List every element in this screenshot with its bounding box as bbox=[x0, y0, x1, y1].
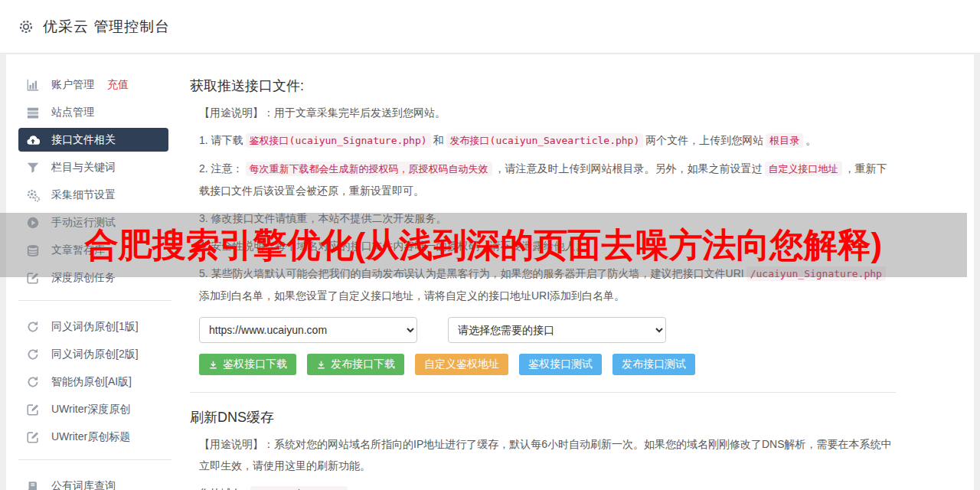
instruction-text: 两个文件，上传到您网站 bbox=[645, 134, 763, 146]
ad-overlay-text: 合肥搜索引擎优化(从浅到深的页面去噪方法向您解释) bbox=[85, 223, 882, 268]
sidebar-item-sites[interactable]: 站点管理 bbox=[18, 100, 168, 124]
sidebar-item-label: 智能伪原创[AI版] bbox=[51, 375, 132, 389]
recharge-badge[interactable]: 充值 bbox=[107, 78, 129, 92]
ad-overlay-banner: 合肥搜索引擎优化(从浅到深的页面去噪方法向您解释) bbox=[0, 213, 967, 277]
button-label: 发布接口下载 bbox=[331, 358, 395, 371]
inline-code: 根目录 bbox=[766, 133, 803, 148]
auth-download-button[interactable]: 鉴权接口下载 bbox=[199, 354, 296, 375]
instruction-paragraph: 2. 注意：每次重新下载都会生成新的授权码，原授权码自动失效，请注意及时上传到网… bbox=[190, 158, 896, 201]
app-header: 优采云 管理控制台 bbox=[0, 0, 980, 54]
custom-auth-button[interactable]: 自定义鉴权地址 bbox=[415, 354, 508, 375]
sidebar-item-account[interactable]: 账户管理充值 bbox=[18, 73, 168, 96]
sidebar-item-interface-files[interactable]: 接口文件相关 bbox=[18, 128, 168, 152]
sidebar-item-collect-settings[interactable]: 采集细节设置 bbox=[18, 183, 168, 207]
interface-toolbar: 鉴权接口下载发布接口下载自定义鉴权地址鉴权接口测试发布接口测试 bbox=[199, 354, 896, 375]
download-icon bbox=[208, 360, 218, 370]
sidebar-item-label: 同义词伪原创[2版] bbox=[51, 348, 139, 361]
interface-select[interactable]: 请选择您需要的接口 bbox=[448, 317, 666, 343]
button-label: 鉴权接口测试 bbox=[528, 358, 593, 371]
domain-row: 您的域名: www.ucaiyun.com bbox=[190, 482, 896, 490]
refresh-icon bbox=[26, 320, 40, 334]
sidebar-item-label: 同义词伪原创[1版] bbox=[51, 320, 139, 334]
instruction-paragraph: 1. 请下载鉴权接口(ucaiyun_Signature.php)和发布接口(u… bbox=[190, 129, 896, 152]
download-icon bbox=[316, 360, 326, 370]
sidebar-item-label: 站点管理 bbox=[51, 106, 94, 119]
section-title-interface-files: 获取推送接口文件: bbox=[190, 77, 896, 95]
cloud-upload-icon bbox=[26, 133, 40, 147]
section-divider bbox=[190, 392, 896, 393]
main-content: 获取推送接口文件: 【用途说明】：用于文章采集完毕后发送到您网站。 1. 请下载… bbox=[190, 77, 896, 490]
gear-icon bbox=[18, 19, 34, 34]
button-label: 鉴权接口下载 bbox=[223, 358, 287, 371]
auth-test-button[interactable]: 鉴权接口测试 bbox=[519, 354, 602, 375]
server-icon bbox=[26, 106, 40, 119]
gears-icon bbox=[26, 188, 40, 202]
sidebar-item-uwriter-title[interactable]: UWriter原创标题 bbox=[18, 425, 168, 449]
book-icon bbox=[26, 479, 40, 490]
app-title: 优采云 管理控制台 bbox=[43, 17, 170, 37]
instruction-text: 。 bbox=[805, 134, 816, 146]
sidebar-item-ai-original[interactable]: 智能伪原创[AI版] bbox=[18, 370, 168, 394]
dns-usage-note: 【用途说明】：系统对您的网站域名所指向的IP地址进行了缓存，默认每6小时自动刷新… bbox=[190, 433, 896, 476]
button-label: 发布接口测试 bbox=[622, 358, 686, 371]
instruction-text: 添加到白名单，如果您设置了自定义接口地址，请将自定义的接口地址URI添加到白名单… bbox=[199, 289, 625, 302]
sidebar-item-label: 接口文件相关 bbox=[51, 133, 116, 147]
refresh-icon bbox=[26, 348, 40, 361]
edit-icon bbox=[26, 430, 40, 444]
site-select[interactable]: https://www.ucaiyun.com bbox=[199, 317, 417, 343]
sidebar-item-synonym-v2[interactable]: 同义词伪原创[2版] bbox=[18, 342, 168, 366]
sidebar-item-uwriter-deep[interactable]: UWriter深度原创 bbox=[18, 397, 168, 421]
inline-code: 每次重新下载都会生成新的授权码，原授权码自动失效 bbox=[246, 162, 492, 176]
refresh-icon bbox=[26, 375, 40, 389]
interface-controls: https://www.ucaiyun.com 请选择您需要的接口 bbox=[199, 317, 896, 343]
section-title-dns: 刷新DNS缓存 bbox=[190, 408, 896, 426]
inline-code: 自定义接口地址 bbox=[765, 162, 842, 176]
bar-chart-icon bbox=[26, 78, 40, 92]
inline-code: 鉴权接口(ucaiyun_Signature.php) bbox=[246, 133, 431, 148]
sidebar-item-label: 公有词库查询 bbox=[51, 479, 116, 490]
instruction-text: ，请注意及时上传到网站根目录。另外，如果之前设置过 bbox=[495, 162, 763, 175]
sidebar-item-public-lexicon[interactable]: 公有词库查询 bbox=[18, 474, 168, 490]
sidebar-item-label: 采集细节设置 bbox=[51, 188, 116, 202]
domain-value: www.ucaiyun.com bbox=[250, 486, 348, 490]
inline-code: 发布接口(ucaiyun_Savearticle.php) bbox=[446, 133, 644, 148]
sidebar-divider bbox=[18, 300, 172, 301]
edit-icon bbox=[26, 403, 40, 416]
publish-test-button[interactable]: 发布接口测试 bbox=[612, 354, 695, 375]
button-label: 自定义鉴权地址 bbox=[424, 358, 499, 371]
sidebar-item-label: UWriter深度原创 bbox=[51, 403, 130, 416]
filter-icon bbox=[26, 161, 40, 175]
usage-note: 【用途说明】：用于文章采集完毕后发送到您网站。 bbox=[190, 102, 896, 123]
sidebar-item-label: UWriter原创标题 bbox=[51, 430, 130, 444]
sidebar-item-columns-keywords[interactable]: 栏目与关键词 bbox=[18, 155, 168, 179]
sidebar-item-synonym-v1[interactable]: 同义词伪原创[1版] bbox=[18, 315, 168, 338]
instruction-text: 和 bbox=[433, 134, 444, 146]
sidebar-divider bbox=[18, 459, 172, 460]
sidebar-item-label: 栏目与关键词 bbox=[51, 161, 116, 175]
instruction-text: 1. 请下载 bbox=[199, 134, 243, 146]
publish-download-button[interactable]: 发布接口下载 bbox=[307, 354, 404, 375]
instruction-text: 2. 注意： bbox=[199, 162, 243, 175]
sidebar-item-label: 账户管理 bbox=[51, 78, 94, 92]
domain-label: 您的域名: bbox=[199, 487, 245, 490]
